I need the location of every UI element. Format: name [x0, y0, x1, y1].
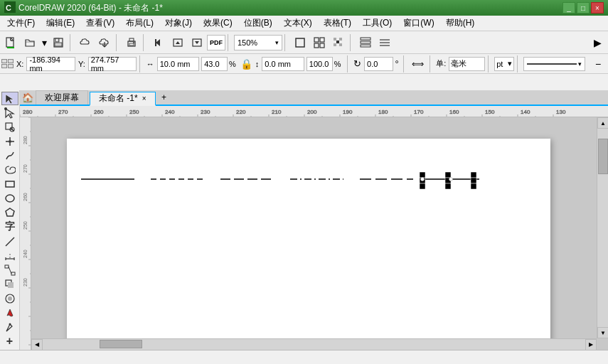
lock-icon[interactable]: 🔒	[239, 58, 254, 70]
title-bar: C CorelDRAW 2020 (64-Bit) - 未命名 -1* _ □ …	[0, 0, 608, 16]
page	[67, 139, 550, 345]
tab-welcome[interactable]: 欢迎屏幕	[36, 90, 88, 105]
tool-line[interactable]	[1, 235, 18, 248]
tool-text[interactable]: 字	[1, 220, 18, 234]
pt-select[interactable]: pt ▾	[494, 57, 514, 71]
y-input[interactable]: 274.757 mm	[88, 57, 137, 71]
cloud-button[interactable]	[76, 33, 95, 52]
tab-add-button[interactable]: +	[157, 90, 171, 105]
canvas-area[interactable]	[31, 117, 608, 350]
menu-text[interactable]: 文本(X)	[278, 16, 318, 31]
scrollbar-horizontal[interactable]: ◀ ▶	[31, 338, 597, 350]
x-input[interactable]: -186.394 mm	[26, 57, 75, 71]
menu-table[interactable]: 表格(T)	[318, 16, 357, 31]
svg-text:150: 150	[485, 109, 495, 115]
open-dropdown[interactable]: ▾	[40, 33, 48, 52]
menu-view[interactable]: 查看(V)	[80, 16, 120, 31]
menu-object[interactable]: 对象(J)	[159, 16, 198, 31]
tool-shadow[interactable]	[1, 277, 18, 291]
mirror-h-button[interactable]: ⟺	[410, 55, 427, 73]
svg-rect-26	[336, 38, 339, 41]
open-button[interactable]	[21, 33, 39, 52]
svg-text:240: 240	[165, 109, 175, 115]
menu-bitmap[interactable]: 位图(B)	[238, 16, 278, 31]
svg-rect-113	[20, 117, 31, 350]
height-pct-input[interactable]: 100.0	[306, 57, 333, 71]
more-options-button[interactable]	[375, 33, 394, 52]
tool-rect[interactable]	[1, 177, 18, 191]
tool-fill[interactable]	[1, 306, 18, 319]
scroll-thumb-v[interactable]	[598, 139, 608, 174]
svg-text:270: 270	[58, 109, 68, 115]
svg-text:190: 190	[343, 109, 353, 115]
save-button[interactable]	[49, 33, 68, 52]
svg-rect-25	[334, 38, 336, 41]
tab-document[interactable]: 未命名 -1* ×	[90, 92, 156, 106]
scroll-down-button[interactable]: ▼	[597, 327, 608, 338]
tool-polygon[interactable]	[1, 205, 18, 219]
svg-rect-12	[129, 43, 134, 46]
menu-effects[interactable]: 效果(C)	[198, 16, 238, 31]
scroll-right-button[interactable]: ▶	[585, 339, 597, 350]
maximize-button[interactable]: □	[577, 2, 590, 14]
svg-text:160: 160	[449, 109, 459, 115]
menu-tools[interactable]: 工具(O)	[357, 16, 398, 31]
publish-button[interactable]	[95, 33, 114, 52]
menu-file[interactable]: 文件(F)	[1, 16, 41, 31]
scroll-track-h[interactable]	[43, 339, 585, 350]
canvas-svg	[31, 117, 608, 350]
page-border-button[interactable]	[291, 33, 309, 52]
export-button[interactable]	[188, 33, 206, 52]
angle-input[interactable]: 0.0	[364, 57, 393, 71]
svg-rect-23	[314, 43, 319, 48]
menu-window[interactable]: 窗口(W)	[398, 16, 439, 31]
minimize-button[interactable]: _	[562, 2, 575, 14]
tab-close[interactable]: ×	[142, 95, 146, 102]
menu-layout[interactable]: 布局(L)	[120, 16, 159, 31]
minus-button[interactable]: −	[590, 55, 607, 73]
width-pct-input[interactable]: 43.0	[201, 57, 228, 71]
tool-spiral[interactable]	[1, 163, 18, 176]
svg-point-62	[8, 296, 12, 301]
print-button[interactable]	[122, 33, 141, 52]
scrollbar-vertical[interactable]: ▲ ▼	[597, 117, 608, 338]
xy-icon	[1, 59, 14, 68]
tool-crop[interactable]	[1, 120, 18, 134]
scroll-up-button[interactable]: ▲	[597, 117, 608, 129]
svg-rect-143	[445, 183, 451, 189]
new-button[interactable]	[1, 33, 20, 52]
right-arrow-button[interactable]: ▶	[588, 33, 607, 52]
pdf-button[interactable]: PDF	[207, 35, 225, 50]
separator1	[70, 34, 74, 51]
unit-select[interactable]: 毫米	[449, 57, 484, 71]
pct-label2: %	[334, 60, 341, 68]
tool-select[interactable]	[1, 92, 18, 105]
tool-eyedropper[interactable]	[1, 291, 18, 305]
tool-pan[interactable]	[1, 134, 18, 148]
zoom-dropdown[interactable]: 150% ▾	[234, 35, 282, 50]
line-style-dropdown[interactable]: ▾	[523, 57, 585, 71]
tool-add[interactable]: +	[1, 334, 18, 348]
view-grid-button[interactable]	[310, 33, 329, 52]
view-pixel-button[interactable]	[329, 33, 348, 52]
import-button[interactable]	[169, 33, 187, 52]
x-label: X:	[16, 60, 23, 68]
height-input[interactable]: 0.0 mm	[262, 57, 304, 71]
close-button[interactable]: ×	[591, 2, 604, 14]
svg-rect-48	[6, 181, 14, 187]
options-button[interactable]	[356, 33, 375, 52]
tool-pen[interactable]	[1, 320, 18, 333]
scroll-left-button[interactable]: ◀	[31, 339, 43, 350]
tool-connector[interactable]	[1, 263, 18, 277]
svg-point-49	[6, 195, 14, 202]
tool-node[interactable]	[1, 106, 18, 119]
tool-dimension[interactable]	[1, 249, 18, 262]
tool-ellipse[interactable]	[1, 191, 18, 205]
svg-rect-15	[155, 39, 156, 46]
menu-help[interactable]: 帮助(H)	[440, 16, 481, 31]
prev-page-button[interactable]	[149, 33, 168, 52]
tool-freehand[interactable]	[1, 149, 18, 162]
scroll-thumb-h[interactable]	[100, 340, 142, 348]
width-input[interactable]: 10.0 mm	[157, 57, 199, 71]
menu-edit[interactable]: 编辑(E)	[41, 16, 80, 31]
